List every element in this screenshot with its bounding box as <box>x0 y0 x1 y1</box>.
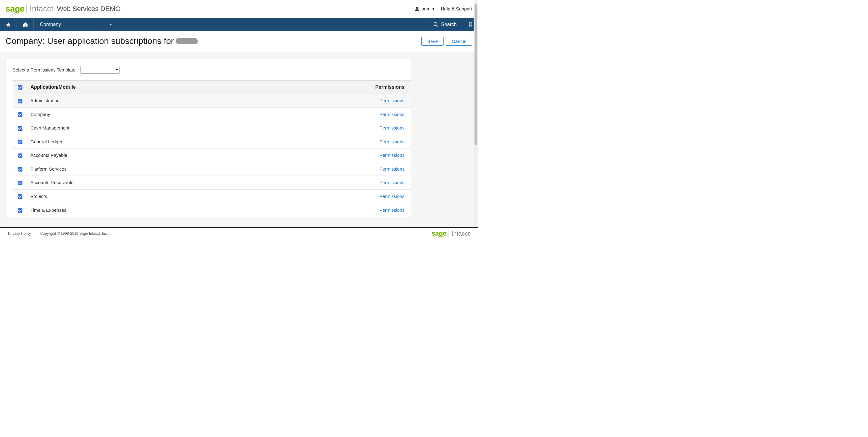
row-checkbox-cell <box>12 107 27 121</box>
table-row: Platform ServicesPermissions <box>12 162 411 176</box>
permissions-link[interactable]: Permissions <box>379 153 404 158</box>
home-button[interactable] <box>17 18 34 31</box>
footer: Privacy Policy Copyright © 1999-2019 Sag… <box>0 227 477 239</box>
user-icon <box>415 6 420 11</box>
help-label: Help & Support <box>441 6 472 11</box>
table-row: Time & ExpensesPermissions <box>12 203 411 217</box>
row-module-name: Projects <box>27 189 365 203</box>
page-title: Company: User application subscriptions … <box>5 36 198 46</box>
col-header-checkbox <box>12 81 27 94</box>
row-checkbox[interactable] <box>18 126 23 131</box>
col-header-module: Application/Module <box>27 81 365 94</box>
nav-bar: Company ▾ Search <box>0 18 477 31</box>
template-label: Select a Permissions Template: <box>12 67 77 72</box>
row-checkbox-cell <box>12 189 27 203</box>
permissions-link[interactable]: Permissions <box>379 207 404 213</box>
footer-logo-intacct: Intacct <box>448 230 470 237</box>
table-row: Cash ManagementPermissions <box>12 121 411 135</box>
row-permissions-cell: Permissions <box>365 203 411 217</box>
row-permissions-cell: Permissions <box>365 94 411 108</box>
table-row: ProjectsPermissions <box>12 189 411 203</box>
search-label: Search <box>441 22 457 27</box>
row-checkbox-cell <box>12 121 27 135</box>
permissions-link[interactable]: Permissions <box>379 139 404 144</box>
subscriptions-panel: Select a Permissions Template: Applicati… <box>5 59 411 217</box>
permissions-link[interactable]: Permissions <box>379 180 404 185</box>
row-module-name: Company <box>27 107 365 121</box>
svg-line-1 <box>437 25 438 27</box>
row-checkbox[interactable] <box>18 140 23 144</box>
module-dropdown-label: Company <box>40 22 61 27</box>
user-menu[interactable]: admin <box>415 6 434 11</box>
row-module-name: Time & Expenses <box>27 203 365 217</box>
row-module-name: Platform Services <box>27 162 365 176</box>
help-link[interactable]: Help & Support <box>441 6 472 11</box>
row-checkbox-cell <box>12 148 27 162</box>
save-button[interactable]: Save <box>422 37 443 46</box>
scrollbar[interactable] <box>474 0 477 227</box>
star-icon <box>5 22 11 27</box>
permissions-link[interactable]: Permissions <box>379 98 404 103</box>
cancel-button[interactable]: Cancel <box>446 37 472 46</box>
logo-intacct: Intacct <box>26 4 54 13</box>
logo-sage: sage <box>5 4 25 14</box>
row-permissions-cell: Permissions <box>365 107 411 121</box>
search-icon <box>433 22 439 27</box>
row-module-name: Accounts Receivable <box>27 176 365 190</box>
scrollbar-thumb[interactable] <box>474 4 477 145</box>
table-row: AdministrationPermissions <box>12 94 411 108</box>
page-header: Company: User application subscriptions … <box>0 31 477 52</box>
row-checkbox[interactable] <box>18 194 23 199</box>
bookmark-icon <box>468 22 473 27</box>
row-checkbox[interactable] <box>18 208 23 213</box>
svg-point-0 <box>434 23 437 26</box>
template-select[interactable] <box>81 66 120 74</box>
user-label: admin <box>422 6 434 11</box>
permissions-link[interactable]: Permissions <box>379 112 404 117</box>
select-all-checkbox[interactable] <box>18 85 23 90</box>
privacy-link[interactable]: Privacy Policy <box>8 231 31 236</box>
search-button[interactable]: Search <box>427 18 463 31</box>
row-checkbox-cell <box>12 176 27 190</box>
home-icon <box>23 22 28 27</box>
row-checkbox[interactable] <box>18 99 23 103</box>
module-dropdown[interactable]: Company ▾ <box>34 18 118 31</box>
top-header: sage Intacct Web Services DEMO admin Hel… <box>0 0 477 18</box>
row-module-name: Accounts Payable <box>27 148 365 162</box>
permissions-link[interactable]: Permissions <box>379 194 404 199</box>
row-permissions-cell: Permissions <box>365 176 411 190</box>
app-title: Web Services DEMO <box>57 5 120 13</box>
content-area: Select a Permissions Template: Applicati… <box>0 52 477 239</box>
redacted-username <box>176 38 198 44</box>
footer-logo-sage: sage <box>432 230 446 238</box>
row-module-name: General Ledger <box>27 135 365 148</box>
page-title-text: Company: User application subscriptions … <box>5 36 174 46</box>
row-checkbox[interactable] <box>18 154 23 158</box>
row-permissions-cell: Permissions <box>365 162 411 176</box>
row-module-name: Cash Management <box>27 121 365 135</box>
table-row: General LedgerPermissions <box>12 135 411 148</box>
row-checkbox-cell <box>12 162 27 176</box>
row-module-name: Administration <box>27 94 365 108</box>
row-permissions-cell: Permissions <box>365 135 411 148</box>
copyright-text: Copyright © 1999-2019 Sage Intacct, Inc. <box>40 231 108 236</box>
row-checkbox[interactable] <box>18 181 23 186</box>
row-checkbox-cell <box>12 135 27 148</box>
table-row: Accounts ReceivablePermissions <box>12 176 411 190</box>
row-checkbox[interactable] <box>18 167 23 172</box>
row-checkbox-cell <box>12 94 27 108</box>
table-row: CompanyPermissions <box>12 107 411 121</box>
row-permissions-cell: Permissions <box>365 121 411 135</box>
permissions-link[interactable]: Permissions <box>379 125 404 130</box>
row-permissions-cell: Permissions <box>365 148 411 162</box>
row-permissions-cell: Permissions <box>365 189 411 203</box>
chevron-down-icon: ▾ <box>110 23 112 27</box>
col-header-permissions: Permissions <box>365 81 411 94</box>
table-row: Accounts PayablePermissions <box>12 148 411 162</box>
row-checkbox[interactable] <box>18 112 23 117</box>
permissions-link[interactable]: Permissions <box>379 166 404 172</box>
subscriptions-table: Application/Module Permissions Administr… <box>12 80 411 217</box>
row-checkbox-cell <box>12 203 27 217</box>
favorites-button[interactable] <box>0 18 17 31</box>
